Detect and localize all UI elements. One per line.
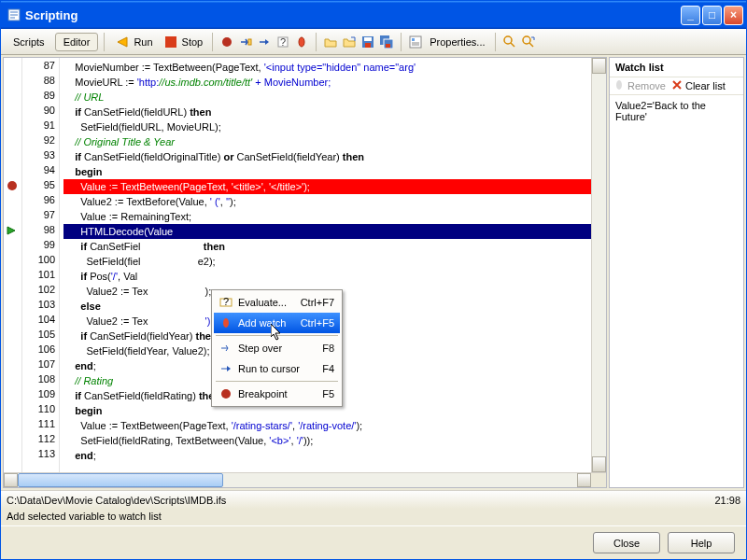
current-line-marker (6, 224, 19, 237)
horizontal-scrollbar[interactable] (4, 472, 606, 487)
step-icon[interactable] (237, 34, 254, 50)
run-to-cursor-icon (218, 362, 234, 375)
svg-point-20 (223, 318, 229, 328)
svg-rect-14 (412, 38, 415, 41)
remove-icon (613, 79, 625, 92)
marker-gutter (4, 58, 22, 472)
watch-clear-button[interactable]: Clear list (671, 79, 726, 92)
watch-title: Watch list (610, 58, 743, 77)
vertical-scrollbar[interactable] (591, 58, 606, 472)
help-button[interactable]: Help (668, 532, 735, 553)
clear-icon (671, 79, 683, 92)
stop-icon (162, 34, 179, 50)
replace-icon[interactable] (520, 34, 537, 50)
watch-icon[interactable] (293, 34, 310, 50)
watch-panel: Watch list Remove Clear list Value2='Bac… (609, 57, 744, 488)
properties-icon[interactable] (407, 34, 424, 50)
context-menu: ? Evaluate... Ctrl+F7 Add watch Ctrl+F5 … (211, 289, 343, 407)
svg-rect-9 (365, 43, 371, 48)
breakpoint-marker[interactable] (6, 179, 19, 192)
close-button[interactable]: × (724, 6, 743, 25)
menu-evaluate[interactable]: ? Evaluate... Ctrl+F7 (214, 292, 340, 313)
svg-rect-13 (410, 36, 421, 48)
svg-text:?: ? (280, 36, 286, 48)
svg-rect-1 (165, 36, 176, 48)
status-position: 21:98 (714, 495, 740, 506)
step-over-icon (218, 342, 234, 355)
svg-rect-3 (248, 39, 251, 45)
breakpoint-icon[interactable] (218, 34, 235, 50)
watch-list[interactable]: Value2='Back to the Future' (610, 95, 743, 487)
minimize-button[interactable]: _ (681, 6, 700, 25)
watch-icon (218, 316, 234, 329)
stop-button[interactable]: Stop (159, 34, 207, 50)
evaluate-icon[interactable]: ? (275, 34, 291, 50)
app-icon (7, 7, 21, 22)
svg-point-6 (299, 37, 304, 47)
run-to-icon[interactable] (256, 34, 273, 50)
editor: 8788899091929394959697989910010110210310… (3, 57, 607, 488)
titlebar: Scripting _ □ × (1, 1, 746, 29)
hint-bar: Add selected variable to watch list (1, 509, 746, 525)
svg-point-16 (523, 36, 530, 44)
editor-tab[interactable]: Editor (55, 33, 99, 51)
run-button[interactable]: Run (110, 34, 156, 50)
watch-remove-button[interactable]: Remove (613, 79, 666, 92)
menu-breakpoint[interactable]: Breakpoint F5 (214, 384, 340, 404)
toolbar: Scripts Editor Run Stop ? Properties... (1, 29, 746, 55)
watch-item[interactable]: Value2='Back to the Future' (613, 99, 740, 123)
menu-run-to-cursor[interactable]: Run to cursor F4 (214, 358, 340, 379)
run-icon (114, 34, 131, 50)
svg-text:?: ? (223, 296, 229, 307)
svg-point-17 (7, 181, 17, 190)
properties-button[interactable]: Properties... (426, 36, 488, 48)
code-area[interactable]: MovieNumber := TextBetween(PageText, '<i… (60, 58, 591, 472)
external-icon[interactable] (341, 34, 358, 50)
svg-rect-12 (386, 44, 390, 48)
svg-rect-8 (364, 37, 372, 41)
svg-point-15 (504, 36, 512, 44)
menu-step-over[interactable]: Step over F8 (214, 338, 340, 358)
svg-point-2 (222, 37, 232, 47)
close-dialog-button[interactable]: Close (593, 532, 660, 553)
dialog-buttons: Close Help (1, 525, 746, 559)
save-all-icon[interactable] (378, 34, 395, 50)
window-title: Scripting (25, 8, 679, 22)
find-icon[interactable] (501, 34, 518, 50)
save-icon[interactable] (359, 34, 376, 50)
svg-point-22 (616, 80, 622, 90)
menu-add-watch[interactable]: Add watch Ctrl+F5 (214, 313, 340, 333)
svg-point-21 (221, 389, 231, 399)
status-path: C:\Data\Dev\Movie Catalog\dev\Scripts\IM… (7, 495, 226, 506)
scripts-tab[interactable]: Scripts (5, 33, 53, 51)
open-icon[interactable] (322, 34, 339, 50)
line-gutter: 8788899091929394959697989910010110210310… (22, 58, 60, 472)
breakpoint-icon (218, 388, 234, 399)
maximize-button[interactable]: □ (702, 6, 722, 25)
evaluate-icon: ? (218, 296, 234, 309)
status-bar: C:\Data\Dev\Movie Catalog\dev\Scripts\IM… (1, 490, 746, 509)
